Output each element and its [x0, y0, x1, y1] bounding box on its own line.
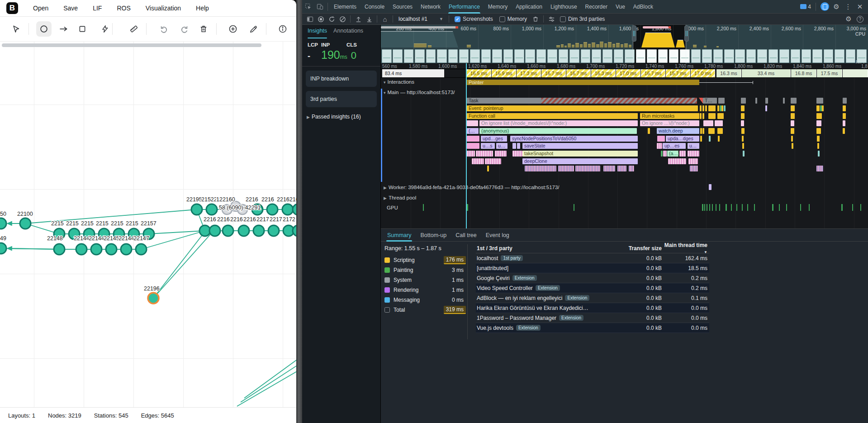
flame-bar[interactable]	[558, 166, 574, 171]
flame-bar[interactable]	[843, 120, 845, 126]
screenshot-thumb[interactable]	[647, 49, 657, 63]
screenshot-thumb[interactable]	[835, 49, 844, 63]
screenshot-thumb[interactable]	[426, 49, 436, 63]
frame-cell[interactable]: 16.7 ms	[566, 69, 591, 77]
flame-bar[interactable]	[487, 166, 489, 171]
screenshot-thumb[interactable]	[492, 49, 502, 63]
flame-bar[interactable]	[699, 98, 703, 104]
flame-bar[interactable]	[843, 128, 845, 134]
menu-help[interactable]: Help	[196, 5, 209, 12]
details-tab-event-log[interactable]: Event log	[481, 229, 514, 242]
flame-bar[interactable]	[603, 166, 615, 171]
flame-bar-event-pointerup[interactable]: Event: pointerup	[467, 105, 698, 111]
flame-bar[interactable]	[724, 105, 726, 111]
ruler-tool-icon[interactable]	[126, 21, 142, 37]
flame-bar[interactable]	[657, 143, 662, 149]
screenshot-thumb[interactable]	[702, 49, 712, 63]
insight-card-3rd-parties[interactable]: 3rd parties	[306, 91, 377, 107]
select-cursor-icon[interactable]	[8, 21, 24, 37]
flame-bar[interactable]	[741, 128, 745, 134]
gpu-bar[interactable]	[772, 204, 773, 211]
flame-bar[interactable]	[679, 151, 686, 157]
flame-bar[interactable]	[541, 98, 697, 104]
flame-bar-watch-deep[interactable]: watch.deep	[657, 128, 699, 134]
pointer-interaction-bar[interactable]: Pointer	[467, 80, 699, 85]
screenshot-thumb[interactable]	[415, 49, 425, 63]
flame-bar-upd-ges[interactable]: upd…ges	[481, 136, 507, 142]
flame-bar-u-[interactable]: u…	[688, 143, 699, 149]
flame-bar[interactable]	[708, 105, 716, 111]
flame-bar[interactable]	[816, 113, 822, 119]
frame-cell[interactable]: 16.3 ms	[591, 69, 616, 77]
gpu-bar[interactable]	[574, 204, 574, 211]
gpu-bar[interactable]	[809, 204, 810, 211]
frame-cell[interactable]	[843, 69, 868, 77]
flame-bar[interactable]	[741, 113, 745, 119]
flame-bar[interactable]	[668, 158, 686, 164]
screenshot-thumb[interactable]	[669, 49, 679, 63]
table-row[interactable]: Google ÇeviriExtension0.0 kB0.2 ms	[476, 273, 709, 283]
flame-bar[interactable]	[700, 105, 702, 111]
bolt-tool-icon[interactable]	[97, 21, 113, 37]
screenshot-thumb[interactable]	[602, 49, 612, 63]
toggle-sidebar-icon[interactable]	[305, 14, 315, 24]
screenshot-thumb[interactable]	[503, 49, 513, 63]
screenshot-thumb[interactable]	[525, 49, 535, 63]
menu-lif[interactable]: LIF	[93, 5, 102, 12]
flame-bar[interactable]	[718, 98, 725, 104]
frame-cell[interactable]: 16.9 ms	[492, 69, 516, 77]
horizontal-scrollbar[interactable]	[2, 43, 261, 47]
flame-bar-syncnodepositionstovda5050[interactable]: syncNodePositionsToVda5050	[510, 136, 638, 142]
graph-canvas[interactable]: 2210050492215221522152215221522152215722…	[0, 42, 296, 407]
interactions-track-label[interactable]: ▾Interactions	[384, 79, 414, 85]
frame-cell[interactable]: 16.7 ms	[641, 69, 665, 77]
flame-bar[interactable]	[765, 98, 768, 104]
screenshot-thumb[interactable]	[691, 49, 701, 63]
flame-bar-u-s[interactable]: u…s	[481, 143, 495, 149]
info-icon[interactable]	[275, 21, 290, 37]
tab-annotations[interactable]: Annotations	[333, 28, 363, 38]
flame-bar[interactable]	[742, 143, 744, 149]
frame-cell[interactable]: 16.8 ms	[791, 69, 816, 77]
flame-bar[interactable]	[495, 151, 507, 157]
gpu-bar[interactable]	[423, 204, 424, 211]
screenshot-thumb[interactable]	[592, 49, 602, 63]
frame-cell[interactable]: 17.5 ms	[817, 69, 842, 77]
gpu-bar[interactable]	[800, 204, 801, 211]
flame-bar[interactable]	[816, 105, 820, 111]
flame-bar[interactable]	[657, 136, 665, 142]
flame-bar-on-ignore-node-[interactable]: On ignore …\/|\^node:)	[640, 120, 699, 126]
flame-bar[interactable]	[791, 128, 794, 134]
table-row[interactable]: localhost1st party0.0 kB162.4 ms	[476, 253, 709, 263]
gpu-bar[interactable]	[712, 204, 713, 211]
flame-bar[interactable]	[467, 151, 475, 157]
flame-bar[interactable]	[705, 105, 707, 111]
screenshot-filmstrip[interactable]	[381, 49, 868, 63]
flame-bar[interactable]	[741, 120, 744, 126]
table-row[interactable]: AdBlock — en iyi reklam engelleyiciExten…	[476, 293, 709, 303]
flame-bar[interactable]	[816, 98, 823, 104]
main-track-label[interactable]: ▾Main — http://localhost:5173/	[384, 90, 455, 95]
screenshot-thumb[interactable]	[812, 49, 822, 63]
trash-icon[interactable]	[196, 21, 211, 37]
flame-bar[interactable]	[843, 113, 846, 119]
flame-bar[interactable]	[702, 113, 704, 119]
rect-tool-icon[interactable]	[75, 21, 90, 37]
screenshot-thumb[interactable]	[735, 49, 745, 63]
device-toolbar-icon[interactable]	[314, 0, 326, 14]
screenshot-thumb[interactable]	[658, 49, 668, 63]
flame-bar[interactable]	[703, 120, 713, 126]
flame-bar[interactable]	[816, 120, 821, 126]
screenshot-thumb[interactable]	[757, 49, 767, 63]
screenshot-thumb[interactable]	[779, 49, 789, 63]
screenshot-thumb[interactable]	[614, 49, 624, 63]
menu-visualization[interactable]: Visualization	[146, 5, 181, 12]
flame-bar-takesnapshot[interactable]: takeSnapshot	[522, 151, 638, 157]
gpu-bar[interactable]	[707, 204, 707, 211]
menu-save[interactable]: Save	[63, 5, 78, 12]
flame-bar[interactable]	[690, 166, 698, 171]
gpu-bar[interactable]	[754, 204, 755, 211]
flame-bar[interactable]	[783, 98, 785, 104]
record-icon[interactable]	[316, 14, 326, 24]
flame-bar[interactable]	[617, 166, 626, 171]
